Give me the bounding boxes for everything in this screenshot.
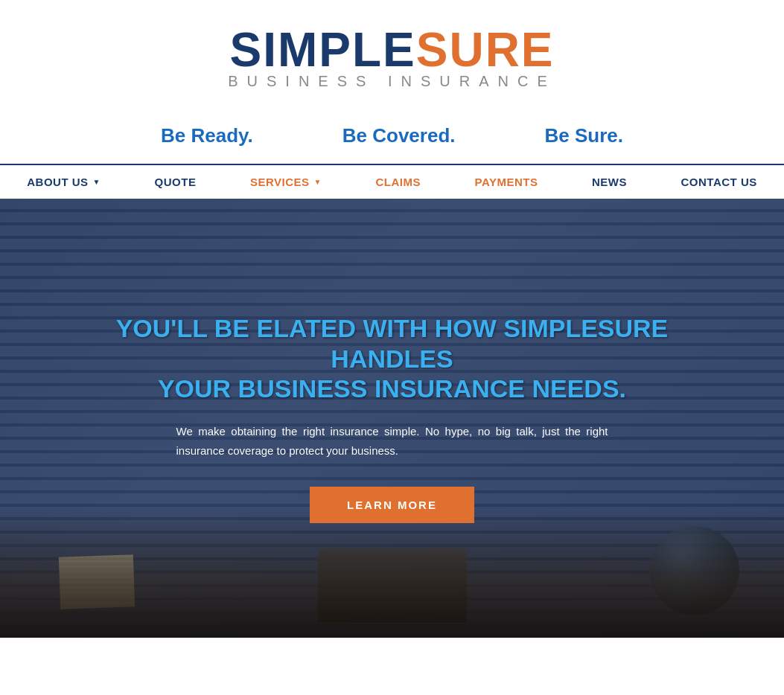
taglines-bar: Be Ready. Be Covered. Be Sure. bbox=[0, 111, 784, 164]
nav-payments[interactable]: PAYMENTS bbox=[462, 165, 552, 199]
nav-contact-us[interactable]: CONTACT US bbox=[668, 165, 771, 199]
hero-subtext: We make obtaining the right insurance si… bbox=[176, 422, 608, 460]
chevron-down-icon: ▼ bbox=[93, 178, 101, 186]
nav-about-us[interactable]: ABOUT US ▼ bbox=[13, 165, 114, 199]
learn-more-button[interactable]: LEARN MORE bbox=[310, 487, 474, 523]
site-header: SIMPLESURE BUSINESS INSURANCE bbox=[0, 0, 784, 111]
tagline-sure: Be Sure. bbox=[545, 124, 624, 147]
nav-news[interactable]: NEWS bbox=[579, 165, 640, 199]
nav-services[interactable]: SERVICES ▼ bbox=[237, 165, 335, 199]
nav-quote[interactable]: QUOTE bbox=[141, 165, 210, 199]
nav-claims[interactable]: CLAIMS bbox=[363, 165, 435, 199]
tagline-covered: Be Covered. bbox=[342, 124, 456, 147]
logo-simple: SIMPLE bbox=[229, 23, 415, 77]
logo[interactable]: SIMPLESURE BUSINESS INSURANCE bbox=[228, 22, 556, 90]
chevron-down-icon-services: ▼ bbox=[314, 178, 322, 186]
hero-section: YOU'LL BE ELATED WITH HOW SIMPLESURE HAN… bbox=[0, 199, 784, 638]
tagline-ready: Be Ready. bbox=[161, 124, 253, 147]
main-nav: ABOUT US ▼ QUOTE SERVICES ▼ CLAIMS PAYME… bbox=[0, 164, 784, 199]
logo-subtitle: BUSINESS INSURANCE bbox=[228, 73, 556, 90]
hero-headline: YOU'LL BE ELATED WITH HOW SIMPLESURE HAN… bbox=[60, 313, 724, 404]
hero-content: YOU'LL BE ELATED WITH HOW SIMPLESURE HAN… bbox=[0, 199, 784, 638]
logo-sure: SURE bbox=[416, 23, 555, 77]
